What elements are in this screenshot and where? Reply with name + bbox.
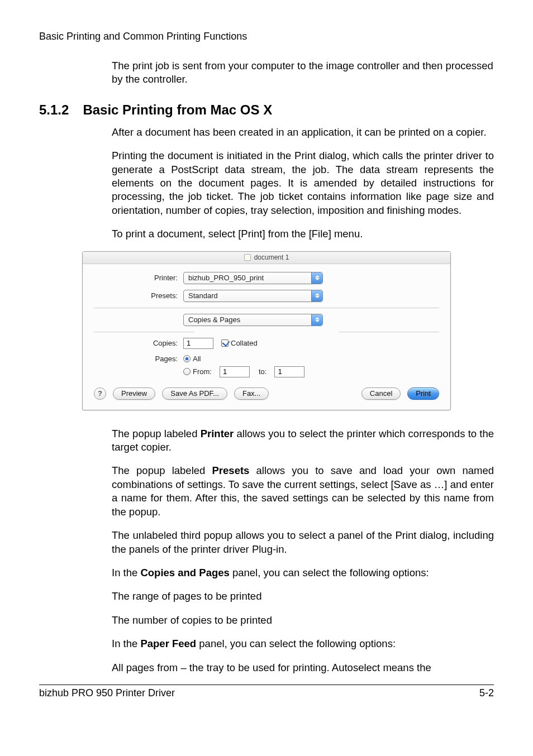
running-header: Basic Printing and Common Printing Funct… <box>39 31 494 42</box>
paragraph-2: Printing the document is initiated in th… <box>112 149 494 217</box>
section-number: 5.1.2 <box>39 102 69 118</box>
presets-popup[interactable]: Standard <box>183 290 323 302</box>
popup-disclosure-icon <box>311 314 322 326</box>
after-point-copies: The number of copies to be printed <box>112 614 494 627</box>
save-as-pdf-button[interactable]: Save As PDF... <box>162 387 227 400</box>
dialog-title: document 1 <box>254 253 289 261</box>
after-paragraph-paperfeed: In the Paper Feed panel, you can select … <box>112 637 494 650</box>
printer-label: Printer: <box>94 274 183 282</box>
after-paragraph-copiespages: In the Copies and Pages panel, you can s… <box>112 566 494 580</box>
presets-popup-value: Standard <box>188 291 218 300</box>
checkbox-icon <box>221 339 229 347</box>
intro-paragraph: The print job is sent from your computer… <box>112 59 494 87</box>
divider-split <box>94 332 439 332</box>
popup-disclosure-icon <box>311 290 322 302</box>
radio-icon <box>183 355 191 362</box>
section-heading: 5.1.2 Basic Printing from Mac OS X <box>39 102 494 118</box>
printer-popup-value: bizhub_PRO_950_print <box>188 274 264 282</box>
after-paragraph-panel: The unlabeled third popup allows you to … <box>112 529 494 556</box>
footer-left: bizhub PRO 950 Printer Driver <box>39 687 175 699</box>
pages-from-radio[interactable]: From: to: <box>183 366 304 377</box>
pages-from-input[interactable] <box>220 366 250 377</box>
pages-label: Pages: <box>94 355 183 363</box>
paragraph-3: To print a document, select [Print] from… <box>112 227 494 241</box>
section-title: Basic Printing from Mac OS X <box>83 102 272 118</box>
copies-label: Copies: <box>94 339 183 347</box>
pages-to-label: to: <box>259 367 266 376</box>
print-button[interactable]: Print <box>407 387 439 400</box>
panel-popup[interactable]: Copies & Pages <box>183 314 323 326</box>
after-point-allpages: All pages from – the tray to be used for… <box>112 661 494 674</box>
pages-from-label: From: <box>193 367 212 376</box>
pages-all-label: All <box>193 355 201 363</box>
after-point-range: The range of pages to be printed <box>112 590 494 603</box>
document-icon <box>244 254 251 261</box>
cancel-button[interactable]: Cancel <box>361 387 401 400</box>
panel-popup-value: Copies & Pages <box>188 315 240 324</box>
print-dialog: document 1 Printer: bizhub_PRO_950_print… <box>82 251 451 410</box>
after-paragraph-printer: The popup labeled Printer allows you to … <box>112 427 494 454</box>
divider <box>94 308 439 308</box>
popup-disclosure-icon <box>311 272 322 284</box>
copies-input[interactable] <box>183 338 213 349</box>
footer-right: 5-2 <box>479 687 494 699</box>
page-footer: bizhub PRO 950 Printer Driver 5-2 <box>39 685 494 699</box>
printer-popup[interactable]: bizhub_PRO_950_print <box>183 272 323 284</box>
paragraph-1: After a document has been created in an … <box>112 126 494 139</box>
help-button[interactable]: ? <box>94 387 106 400</box>
collated-label: Collated <box>231 339 258 347</box>
radio-icon <box>183 368 191 375</box>
collated-checkbox[interactable]: Collated <box>221 339 258 347</box>
preview-button[interactable]: Preview <box>113 387 155 400</box>
dialog-titlebar: document 1 <box>83 252 450 264</box>
fax-button[interactable]: Fax... <box>234 387 269 400</box>
pages-all-radio[interactable]: All <box>183 355 304 363</box>
after-paragraph-presets: The popup labeled Presets allows you to … <box>112 464 494 519</box>
presets-label: Presets: <box>94 291 183 300</box>
pages-to-input[interactable] <box>274 366 304 377</box>
